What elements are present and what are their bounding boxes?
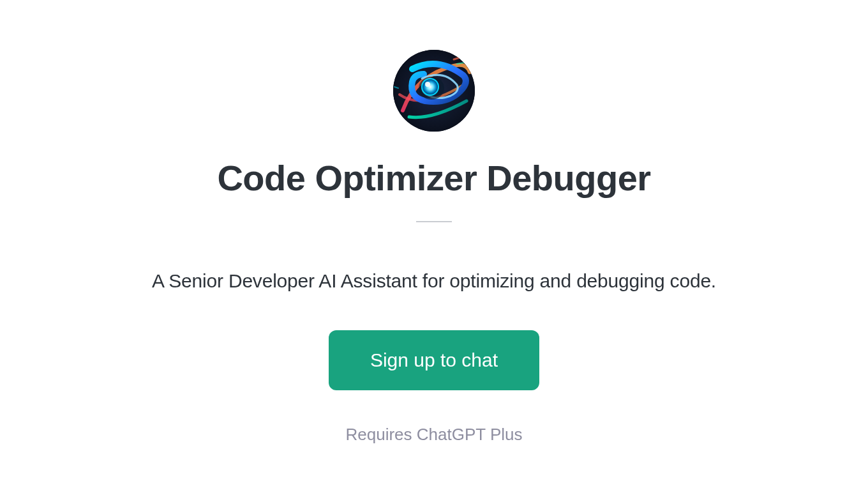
page-subtitle: A Senior Developer AI Assistant for opti…: [152, 270, 716, 292]
page-title: Code Optimizer Debugger: [217, 157, 650, 199]
title-divider: [416, 221, 452, 222]
svg-point-4: [425, 82, 430, 87]
futuristic-tech-icon: [393, 50, 475, 132]
gpt-avatar: [393, 50, 475, 132]
sign-up-button[interactable]: Sign up to chat: [329, 330, 539, 390]
requirement-note: Requires ChatGPT Plus: [346, 425, 523, 445]
